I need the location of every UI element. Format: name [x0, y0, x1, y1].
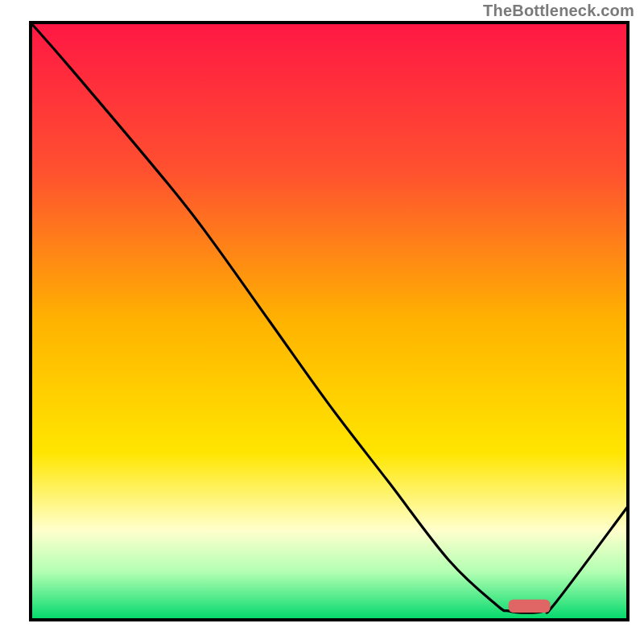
optimal-marker	[509, 600, 551, 613]
plot-background	[31, 23, 628, 620]
attribution-text: TheBottleneck.com	[483, 2, 634, 20]
bottleneck-chart	[0, 0, 644, 644]
chart-container: TheBottleneck.com	[0, 0, 644, 644]
